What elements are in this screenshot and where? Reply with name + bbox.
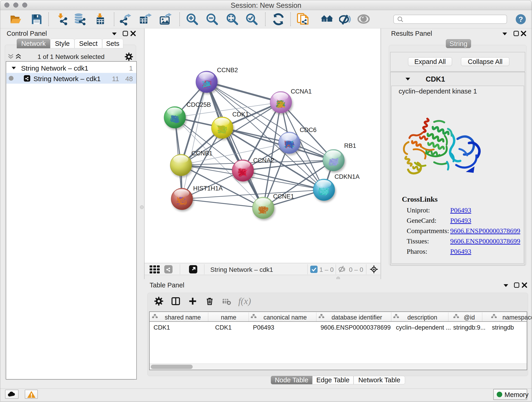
svg-text:CDC25B: CDC25B bbox=[186, 101, 211, 108]
svg-text:CDK1: CDK1 bbox=[232, 111, 249, 118]
svg-text:CCNA2: CCNA2 bbox=[253, 157, 274, 164]
svg-text:CCNB1: CCNB1 bbox=[191, 150, 213, 157]
svg-text:CDC6: CDC6 bbox=[300, 127, 317, 133]
svg-text:CCNB2: CCNB2 bbox=[217, 67, 238, 74]
svg-text:CCNA1: CCNA1 bbox=[291, 88, 312, 95]
svg-text:CCNE1: CCNE1 bbox=[273, 193, 294, 200]
svg-text:CDKN1A: CDKN1A bbox=[335, 173, 360, 180]
svg-text:?: ? bbox=[519, 15, 523, 23]
svg-text:HIST1H1A: HIST1H1A bbox=[193, 185, 223, 192]
svg-text:RB1: RB1 bbox=[344, 142, 356, 149]
